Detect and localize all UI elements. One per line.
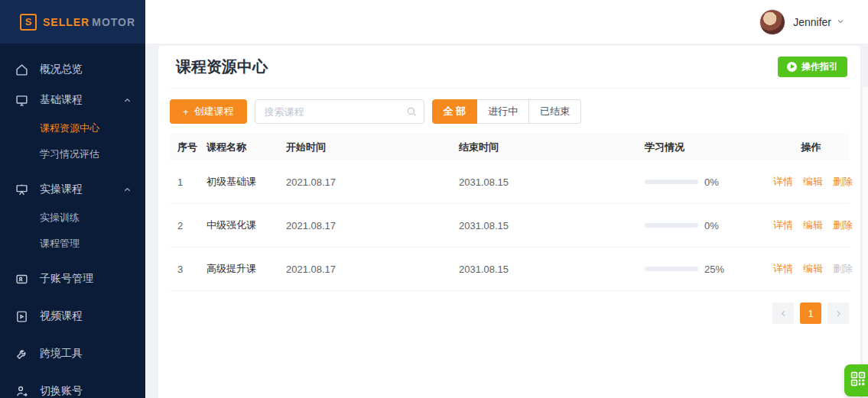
delete-link[interactable]: 删除 bbox=[833, 218, 853, 232]
progress-track bbox=[645, 180, 698, 184]
tab-finished[interactable]: 已结束 bbox=[529, 99, 581, 124]
scrollbar-track[interactable] bbox=[863, 87, 868, 398]
board-icon bbox=[15, 183, 28, 196]
chevron-up-icon bbox=[123, 186, 132, 194]
sidebar-item-label: 实操课程 bbox=[40, 183, 83, 196]
table-row: 1 初级基础课 2021.08.17 2031.08.15 0% 详情 编辑 删… bbox=[170, 160, 849, 204]
brand-name-seller: SELLER bbox=[43, 16, 89, 28]
col-actions: 操作 bbox=[773, 141, 849, 154]
edit-link[interactable]: 编辑 bbox=[803, 175, 823, 189]
brand-icon: S bbox=[20, 14, 37, 31]
sidebar-item-switch-account[interactable]: 切换账号 bbox=[0, 376, 145, 398]
cell-no: 1 bbox=[177, 176, 206, 188]
sidebar-item-label: 跨境工具 bbox=[40, 347, 83, 361]
cell-course-name: 高级提升课 bbox=[206, 262, 286, 276]
monitor-icon bbox=[15, 94, 28, 107]
chevron-up-icon bbox=[123, 96, 132, 105]
sidebar-item-video-courses[interactable]: 视频课程 bbox=[0, 301, 145, 332]
col-progress: 学习情况 bbox=[645, 141, 773, 154]
col-end: 结束时间 bbox=[459, 141, 645, 154]
user-name[interactable]: Jennifer bbox=[793, 16, 831, 28]
cell-start-date: 2021.08.17 bbox=[286, 264, 459, 275]
detail-link[interactable]: 详情 bbox=[773, 175, 793, 189]
search-wrap bbox=[255, 99, 424, 124]
content-card: 课程资源中心 操作指引 + 创建课程 全 部 进行中 已结束 bbox=[158, 46, 860, 398]
progress-label: 25% bbox=[704, 264, 724, 275]
cell-end-date: 2031.08.15 bbox=[459, 176, 645, 188]
cell-actions: 详情 编辑 删除 成绩预览 bbox=[773, 262, 868, 276]
plus-icon: + bbox=[183, 106, 189, 118]
sidebar: 概况总览 基础课程 课程资源中心 学习情况评估 实操课程 实操训练 课程管理 子… bbox=[0, 44, 145, 398]
search-input[interactable] bbox=[255, 99, 424, 124]
create-course-button[interactable]: + 创建课程 bbox=[170, 99, 247, 124]
wrench-icon bbox=[15, 348, 28, 361]
table-header: 序号 课程名称 开始时间 结束时间 学习情况 操作 bbox=[170, 134, 849, 160]
cell-progress: 0% bbox=[645, 220, 773, 231]
page-number-1[interactable]: 1 bbox=[800, 303, 821, 324]
sidebar-item-practical-training[interactable]: 实操训练 bbox=[0, 205, 145, 231]
detail-link[interactable]: 详情 bbox=[773, 218, 793, 232]
cell-progress: 25% bbox=[645, 264, 773, 275]
play-icon bbox=[787, 62, 797, 72]
progress-track bbox=[645, 267, 698, 271]
cell-no: 2 bbox=[177, 220, 206, 231]
progress-label: 0% bbox=[704, 176, 719, 188]
sidebar-item-label: 基础课程 bbox=[40, 93, 83, 107]
progress-track bbox=[645, 223, 698, 228]
sidebar-item-basic-courses[interactable]: 基础课程 bbox=[0, 85, 145, 115]
course-table: 序号 课程名称 开始时间 结束时间 学习情况 操作 1 初级基础课 2021.0… bbox=[170, 134, 849, 291]
sidebar-item-label: 子账号管理 bbox=[40, 272, 93, 286]
sidebar-item-overview[interactable]: 概况总览 bbox=[0, 54, 145, 85]
search-icon[interactable] bbox=[406, 106, 417, 120]
detail-link[interactable]: 详情 bbox=[773, 262, 793, 276]
status-tabs: 全 部 进行中 已结束 bbox=[432, 99, 582, 124]
pagination: 1 bbox=[170, 303, 849, 324]
brand-logo[interactable]: S SELLER MOTOR bbox=[0, 0, 145, 44]
qr-code-icon bbox=[850, 371, 866, 390]
chevron-down-icon[interactable] bbox=[836, 15, 845, 29]
sidebar-subitem-label: 实操训练 bbox=[40, 211, 80, 225]
create-course-label: 创建课程 bbox=[194, 105, 234, 118]
cell-start-date: 2021.08.17 bbox=[286, 220, 459, 231]
sidebar-item-subaccount-management[interactable]: 子账号管理 bbox=[0, 264, 145, 294]
idcard-icon bbox=[15, 273, 28, 286]
col-name: 课程名称 bbox=[206, 141, 286, 154]
operation-guide-label: 操作指引 bbox=[801, 60, 838, 73]
next-page-button[interactable] bbox=[827, 303, 849, 324]
cell-actions: 详情 编辑 删除 成绩预览 bbox=[773, 175, 868, 189]
edit-link[interactable]: 编辑 bbox=[803, 218, 823, 232]
table-row: 3 高级提升课 2021.08.17 2031.08.15 25% 详情 编辑 … bbox=[170, 248, 849, 291]
sidebar-item-label: 视频课程 bbox=[40, 309, 83, 323]
card-header: 课程资源中心 操作指引 bbox=[170, 46, 849, 89]
filter-row: + 创建课程 全 部 进行中 已结束 bbox=[170, 99, 849, 124]
main-area: 课程资源中心 操作指引 + 创建课程 全 部 进行中 已结束 bbox=[145, 44, 868, 398]
cell-course-name: 初级基础课 bbox=[206, 175, 286, 189]
sidebar-item-course-management[interactable]: 课程管理 bbox=[0, 231, 145, 257]
col-start: 开始时间 bbox=[286, 141, 459, 154]
edit-link[interactable]: 编辑 bbox=[803, 262, 823, 276]
cell-start-date: 2021.08.17 bbox=[286, 176, 459, 188]
sidebar-item-label: 切换账号 bbox=[40, 384, 83, 398]
cell-end-date: 2031.08.15 bbox=[459, 264, 645, 275]
sidebar-item-practical-courses[interactable]: 实操课程 bbox=[0, 174, 145, 205]
sidebar-subitem-label: 课程资源中心 bbox=[40, 121, 99, 135]
sidebar-subitem-label: 学习情况评估 bbox=[40, 147, 99, 161]
sidebar-item-course-resource-center[interactable]: 课程资源中心 bbox=[0, 115, 145, 141]
avatar[interactable] bbox=[759, 9, 785, 35]
sidebar-item-learning-evaluation[interactable]: 学习情况评估 bbox=[0, 141, 145, 167]
cell-course-name: 中级强化课 bbox=[206, 218, 286, 232]
progress-label: 0% bbox=[704, 220, 719, 231]
operation-guide-button[interactable]: 操作指引 bbox=[778, 57, 847, 77]
qr-code-float-button[interactable] bbox=[844, 364, 868, 396]
delete-link[interactable]: 删除 bbox=[833, 175, 853, 189]
sidebar-item-crossborder-tools[interactable]: 跨境工具 bbox=[0, 338, 145, 369]
brand-name-motor: MOTOR bbox=[92, 16, 135, 28]
page-title: 课程资源中心 bbox=[176, 57, 268, 77]
sidebar-item-label: 概况总览 bbox=[40, 63, 83, 76]
delete-link: 删除 bbox=[833, 262, 853, 276]
home-icon bbox=[15, 63, 28, 76]
tab-in-progress[interactable]: 进行中 bbox=[477, 99, 529, 124]
cell-end-date: 2031.08.15 bbox=[459, 220, 645, 231]
prev-page-button[interactable] bbox=[772, 303, 794, 324]
tab-all[interactable]: 全 部 bbox=[432, 99, 478, 124]
